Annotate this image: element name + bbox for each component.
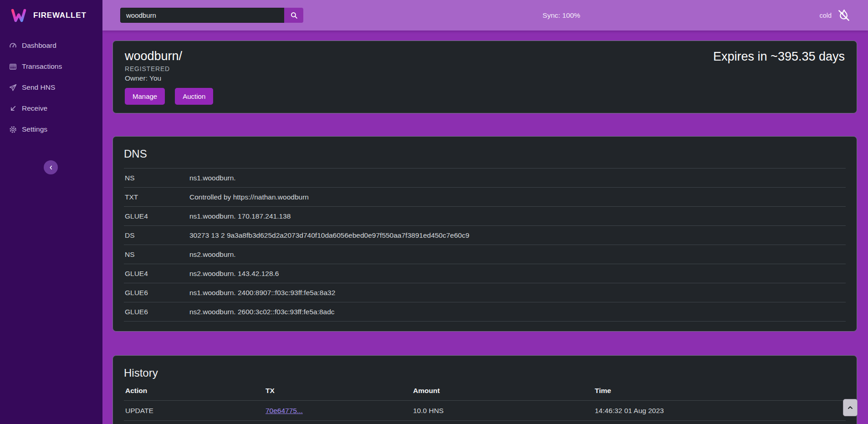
sidebar-item-send-hns[interactable]: Send HNS <box>0 77 102 98</box>
dns-record-value: ns2.woodburn. <box>189 250 846 259</box>
dns-record-row: GLUE6 ns2.woodburn. 2600:3c02::f03c:93ff… <box>124 302 846 322</box>
sidebar-item-label: Receive <box>22 104 47 112</box>
dns-record-value: ns2.woodburn. 2600:3c02::f03c:93ff:fe5a:… <box>189 307 846 316</box>
chevron-up-icon <box>847 404 854 411</box>
speedometer-icon <box>9 42 17 50</box>
fire-off-icon <box>837 8 851 23</box>
dns-record-value: 30273 13 2 9a3a8fb3d625d2a2073d740f10da6… <box>189 231 846 240</box>
dns-record-type: GLUE4 <box>124 269 189 278</box>
dns-record-value: ns1.woodburn. 2400:8907::f03c:93ff:fe5a:… <box>189 288 846 297</box>
manage-button[interactable]: Manage <box>125 88 165 105</box>
dns-record-value: ns1.woodburn. <box>189 174 846 182</box>
sidebar-nav: Dashboard Transactions Send HNS Receive … <box>0 31 102 140</box>
dns-table: NS ns1.woodburn. TXT Controlled by https… <box>124 168 846 322</box>
dns-record-type: TXT <box>124 193 189 201</box>
dns-record-value: Controlled by https://nathan.woodburn <box>189 193 846 201</box>
history-action: UPDATE <box>125 406 266 415</box>
dns-record-row: TXT Controlled by https://nathan.woodbur… <box>124 188 846 207</box>
dns-record-value: ns1.woodburn. 170.187.241.138 <box>189 212 846 220</box>
tx-link[interactable]: 70e64775... <box>266 407 303 414</box>
app-title: FIREWALLET <box>33 11 87 20</box>
chevron-left-icon <box>48 164 54 171</box>
page-content: woodburn/ REGISTERED Owner: You Manage A… <box>102 31 868 424</box>
history-amount: 10.0 HNS <box>413 406 595 415</box>
history-title: History <box>124 367 846 379</box>
dns-record-type: DS <box>124 231 189 240</box>
history-column-tx: TX <box>266 387 413 395</box>
dns-record-value: ns2.woodburn. 143.42.128.6 <box>189 269 846 278</box>
dns-record-row: NS ns2.woodburn. <box>124 245 846 264</box>
history-table: Action TX Amount Time UPDATE 70e64775...… <box>124 385 846 424</box>
topbar: Sync: 100% cold <box>102 0 868 31</box>
history-column-time: Time <box>595 387 846 395</box>
sync-status: Sync: 100% <box>303 11 819 20</box>
domain-actions: Manage Auction <box>125 88 213 105</box>
dns-card: DNS NS ns1.woodburn. TXT Controlled by h… <box>112 136 857 332</box>
history-card: History Action TX Amount Time UPDATE 70e… <box>112 355 857 424</box>
sidebar-item-label: Transactions <box>22 62 62 71</box>
history-row: RENEW a73c5e02... 10.0 HNS 15:15:36 07 J… <box>124 420 846 424</box>
dns-record-row: GLUE4 ns2.woodburn. 143.42.128.6 <box>124 264 846 283</box>
dns-record-type: NS <box>124 250 189 259</box>
dns-record-row: GLUE6 ns1.woodburn. 2400:8907::f03c:93ff… <box>124 283 846 302</box>
gear-icon <box>9 126 17 133</box>
app-brand: FIREWALLET <box>0 0 102 31</box>
history-header-row: Action TX Amount Time <box>124 385 846 400</box>
firewallet-logo-icon <box>10 7 27 24</box>
domain-title: woodburn/ <box>125 49 213 63</box>
dns-record-row: NS ns1.woodburn. <box>124 169 846 188</box>
sidebar-item-settings[interactable]: Settings <box>0 119 102 140</box>
dns-record-type: GLUE6 <box>124 288 189 297</box>
sidebar: FIREWALLET Dashboard Transactions Send H… <box>0 0 102 424</box>
dns-record-row: GLUE4 ns1.woodburn. 170.187.241.138 <box>124 207 846 226</box>
sidebar-item-label: Send HNS <box>22 83 55 92</box>
search-input[interactable] <box>120 8 284 23</box>
dns-title: DNS <box>124 148 846 160</box>
dns-record-row: DS 30273 13 2 9a3a8fb3d625d2a2073d740f10… <box>124 226 846 245</box>
sidebar-item-dashboard[interactable]: Dashboard <box>0 35 102 56</box>
dns-record-type: GLUE4 <box>124 212 189 220</box>
domain-owner: Owner: You <box>125 74 213 82</box>
dns-record-type: GLUE6 <box>124 307 189 316</box>
dns-record-type: NS <box>124 174 189 182</box>
arrow-down-left-icon <box>9 105 17 112</box>
wallet-mode-label: cold <box>819 12 832 19</box>
search-icon <box>290 11 298 19</box>
history-time: 14:46:32 01 Aug 2023 <box>595 406 846 415</box>
sidebar-item-transactions[interactable]: Transactions <box>0 56 102 77</box>
search-button[interactable] <box>284 8 303 23</box>
sidebar-item-label: Dashboard <box>22 41 56 50</box>
scroll-to-top-button[interactable] <box>843 399 858 416</box>
history-column-action: Action <box>125 387 266 395</box>
domain-card: woodburn/ REGISTERED Owner: You Manage A… <box>112 41 857 113</box>
domain-status-badge: REGISTERED <box>125 65 213 72</box>
history-column-amount: Amount <box>413 387 595 395</box>
sidebar-item-receive[interactable]: Receive <box>0 98 102 119</box>
sidebar-item-label: Settings <box>22 125 47 133</box>
send-icon <box>9 84 17 92</box>
history-row: UPDATE 70e64775... 10.0 HNS 14:46:32 01 … <box>124 400 846 420</box>
main-area: Sync: 100% cold woodburn/ REGISTERED Own… <box>102 0 868 424</box>
auction-button[interactable]: Auction <box>175 88 213 105</box>
domain-expiry: Expires in ~395.35 days <box>713 49 845 64</box>
search-bar <box>120 8 303 23</box>
sidebar-collapse-button[interactable] <box>44 160 58 174</box>
wallet-status: cold <box>819 8 851 23</box>
domain-info: woodburn/ REGISTERED Owner: You Manage A… <box>125 49 213 105</box>
table-icon <box>9 63 17 71</box>
